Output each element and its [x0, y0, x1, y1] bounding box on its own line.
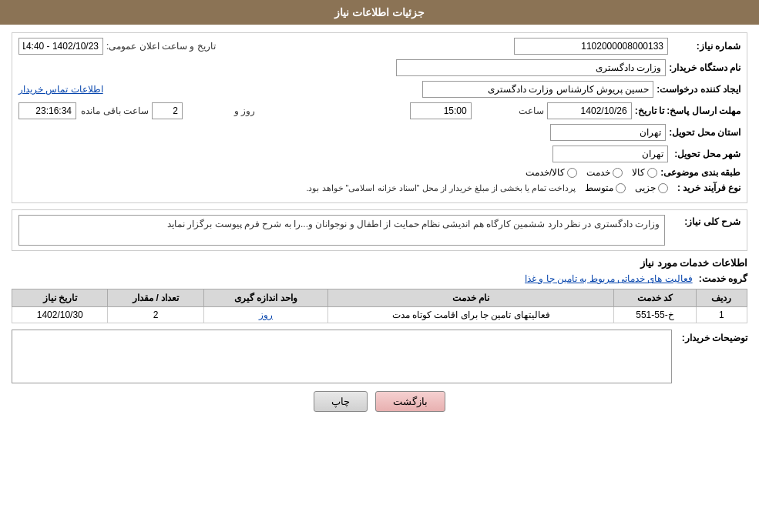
- process-jozee-item: جزیی: [635, 182, 668, 193]
- deadline-remaining-label: ساعت باقی مانده: [79, 105, 149, 116]
- process-motasat-label: متوسط: [585, 182, 613, 193]
- table-cell-name: فعالیتهای تامین جا برای اقامت کوتاه مدت: [328, 307, 614, 323]
- need-number-row: شماره نیاز: تاریخ و ساعت اعلان عمومی:: [18, 38, 741, 55]
- creator-label: ایجاد کننده درخواست:: [657, 84, 741, 95]
- content-area: شماره نیاز: تاریخ و ساعت اعلان عمومی: نا…: [0, 25, 759, 427]
- col-code: کد خدمت: [614, 289, 696, 307]
- deadline-row: مهلت ارسال پاسخ: تا تاریخ: ساعت روز و سا…: [18, 102, 741, 119]
- category-kala-item: کالا: [632, 167, 657, 178]
- page-wrapper: جزئیات اطلاعات نیاز شماره نیاز: تاریخ و …: [0, 0, 759, 532]
- city-input[interactable]: [552, 146, 668, 162]
- col-name: نام خدمت: [328, 289, 614, 307]
- city-label: شهر محل تحویل:: [671, 149, 741, 159]
- page-header: جزئیات اطلاعات نیاز: [0, 0, 759, 25]
- deadline-time-input[interactable]: [410, 102, 472, 119]
- table-cell-date: 1402/10/30: [12, 307, 108, 323]
- buyer-desc-label: توضیحات خریدار:: [678, 330, 747, 343]
- description-section: شرح کلی نیاز: وزارت دادگستری در نظر دارد…: [12, 209, 747, 251]
- print-button[interactable]: چاپ: [314, 391, 368, 412]
- process-row: نوع فرآیند خرید : جزیی متوسط پرداخت تمام…: [18, 182, 741, 193]
- category-kala-khedmat-item: کالا/خدمت: [526, 167, 577, 178]
- deadline-remaining-input[interactable]: [18, 102, 76, 119]
- contact-link[interactable]: اطلاعات تماس خریدار: [18, 84, 103, 95]
- buyer-desc-section: توضیحات خریدار:: [12, 330, 747, 383]
- province-row: استان محل تحویل:: [18, 124, 741, 141]
- city-row: شهر محل تحویل:: [18, 146, 741, 162]
- category-kala-khedmat-label: کالا/خدمت: [526, 167, 565, 178]
- process-radio-group: جزیی متوسط: [585, 182, 668, 193]
- col-date: تاریخ نیاز: [12, 289, 108, 307]
- process-jozee-label: جزیی: [635, 182, 656, 193]
- services-group-header: گروه خدمت: فعالیت های خدماتی مربوط به تا…: [12, 273, 747, 284]
- process-motasat-item: متوسط: [585, 182, 626, 193]
- buyer-name-label: نام دستگاه خریدار:: [669, 62, 741, 73]
- need-number-label: شماره نیاز:: [671, 41, 741, 52]
- category-kala-khedmat-radio[interactable]: [567, 168, 577, 178]
- category-row: طبقه بندی موضوعی: کالا خدمت کالا/خدمت: [18, 167, 741, 178]
- deadline-days-label: روز و: [186, 105, 255, 116]
- page-title: جزئیات اطلاعات نیاز: [334, 6, 425, 18]
- buyer-desc-textarea[interactable]: [12, 330, 672, 383]
- process-motasat-radio[interactable]: [616, 183, 626, 193]
- description-label: شرح کلی نیاز:: [671, 215, 741, 227]
- category-kala-label: کالا: [632, 167, 645, 178]
- table-cell-count: 2: [108, 307, 203, 323]
- back-button[interactable]: بازگشت: [375, 391, 445, 412]
- creator-input[interactable]: [422, 81, 653, 98]
- table-row: 1خ-55-551فعالیتهای تامین جا برای اقامت ک…: [12, 307, 747, 323]
- buyer-name-input[interactable]: [396, 59, 666, 76]
- services-table: ردیف کد خدمت نام خدمت واحد اندازه گیری ت…: [12, 289, 747, 323]
- buttons-row: بازگشت چاپ: [12, 391, 747, 412]
- category-khedmat-item: خدمت: [586, 167, 623, 178]
- creator-row: ایجاد کننده درخواست: اطلاعات تماس خریدار: [18, 81, 741, 98]
- category-radio-group: کالا خدمت کالا/خدمت: [526, 167, 657, 178]
- table-cell-code: خ-55-551: [614, 307, 696, 323]
- province-label: استان محل تحویل:: [669, 127, 741, 138]
- description-row: شرح کلی نیاز: وزارت دادگستری در نظر دارد…: [18, 215, 741, 246]
- category-kala-radio[interactable]: [647, 168, 657, 178]
- col-unit: واحد اندازه گیری: [203, 289, 327, 307]
- services-group-label: گروه خدمت:: [699, 273, 747, 284]
- col-count: تعداد / مقدار: [108, 289, 203, 307]
- category-khedmat-radio[interactable]: [613, 168, 623, 178]
- announcement-date-input[interactable]: [18, 38, 103, 55]
- province-input[interactable]: [550, 124, 666, 141]
- buyer-name-row: نام دستگاه خریدار:: [18, 59, 741, 76]
- description-content: وزارت دادگستری در نظر دارد ششمین کارگاه …: [18, 215, 665, 246]
- category-label: طبقه بندی موضوعی:: [660, 167, 741, 178]
- services-section-title: اطلاعات خدمات مورد نیاز: [12, 257, 747, 269]
- deadline-date-input[interactable]: [547, 102, 632, 119]
- deadline-label: مهلت ارسال پاسخ: تا تاریخ:: [635, 105, 741, 116]
- category-khedmat-label: خدمت: [586, 167, 610, 178]
- table-cell-unit[interactable]: روز: [203, 307, 327, 323]
- main-form-section: شماره نیاز: تاریخ و ساعت اعلان عمومی: نا…: [12, 32, 747, 203]
- need-number-input[interactable]: [514, 38, 668, 55]
- process-label: نوع فرآیند خرید :: [671, 182, 741, 193]
- table-cell-row: 1: [696, 307, 747, 323]
- process-notice: پرداخت تمام یا بخشی از مبلغ خریدار از مح…: [306, 183, 576, 193]
- deadline-time-label: ساعت: [475, 105, 544, 116]
- services-group-link[interactable]: فعالیت های خدماتی مربوط به تامین جا و غذ…: [525, 273, 693, 284]
- col-row: ردیف: [696, 289, 747, 307]
- services-section: اطلاعات خدمات مورد نیاز گروه خدمت: فعالی…: [12, 257, 747, 323]
- deadline-days-input[interactable]: [152, 102, 183, 119]
- process-jozee-radio[interactable]: [658, 183, 668, 193]
- announcement-date-label: تاریخ و ساعت اعلان عمومی:: [106, 41, 216, 52]
